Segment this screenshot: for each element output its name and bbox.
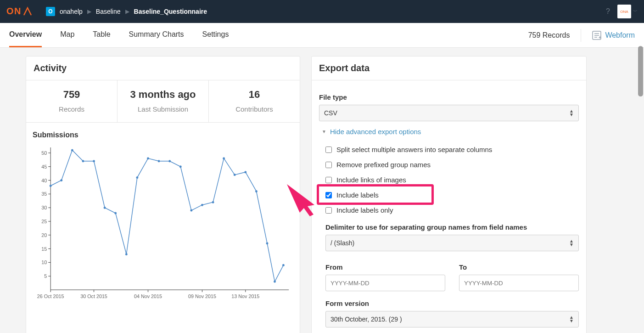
checkbox[interactable] bbox=[325, 177, 332, 183]
submissions-chart: 510152025303540455026 Oct 201530 Oct 201… bbox=[33, 143, 293, 304]
export-option-0[interactable]: Split select multiple answers into separ… bbox=[319, 142, 579, 157]
svg-point-55 bbox=[223, 157, 225, 159]
stat-label: Records bbox=[30, 105, 113, 113]
logo[interactable]: O N bbox=[6, 6, 35, 17]
delimiter-select[interactable]: / (Slash) ▲▼ bbox=[325, 235, 579, 251]
svg-point-53 bbox=[201, 204, 203, 206]
svg-text:09 Nov 2015: 09 Nov 2015 bbox=[188, 293, 216, 299]
svg-text:04 Nov 2015: 04 Nov 2015 bbox=[134, 293, 162, 299]
svg-point-45 bbox=[114, 212, 117, 214]
to-date-input[interactable] bbox=[459, 275, 579, 291]
chevron-down-icon: ﹀ bbox=[633, 8, 638, 15]
svg-point-58 bbox=[255, 190, 258, 192]
webform-label: Webform bbox=[605, 31, 635, 40]
divider bbox=[581, 29, 581, 42]
checkbox[interactable] bbox=[325, 207, 332, 214]
export-option-2[interactable]: Include links of images bbox=[319, 172, 579, 187]
toggle-advanced[interactable]: ▼ Hide advanced export options bbox=[322, 128, 579, 135]
avatar: ONA bbox=[617, 5, 631, 18]
chart-title: Submissions bbox=[33, 131, 293, 139]
file-type-value: CSV bbox=[324, 109, 337, 117]
breadcrumb-project[interactable]: Baseline bbox=[96, 8, 121, 15]
svg-point-47 bbox=[136, 176, 138, 179]
help-icon[interactable]: ? bbox=[606, 7, 610, 16]
svg-point-44 bbox=[104, 207, 106, 209]
svg-text:30: 30 bbox=[41, 205, 47, 210]
svg-point-42 bbox=[82, 160, 84, 162]
svg-text:N: N bbox=[14, 6, 21, 16]
svg-point-46 bbox=[125, 253, 128, 255]
svg-text:25: 25 bbox=[41, 219, 47, 224]
svg-text:40: 40 bbox=[41, 177, 47, 183]
from-label: From bbox=[325, 263, 445, 271]
org-badge-icon: O bbox=[46, 7, 55, 16]
svg-point-43 bbox=[93, 160, 95, 162]
stat-label: Last Submission bbox=[121, 105, 205, 113]
stat-last-submission[interactable]: 3 months agoLast Submission bbox=[118, 80, 209, 122]
svg-text:13 Nov 2015: 13 Nov 2015 bbox=[231, 293, 259, 299]
breadcrumb-form: Baseline_Questionnaire bbox=[134, 8, 207, 15]
stat-value: 759 bbox=[30, 89, 113, 101]
option-label: Split select multiple answers into separ… bbox=[336, 146, 492, 153]
svg-point-41 bbox=[71, 149, 73, 151]
checkbox[interactable] bbox=[325, 192, 332, 198]
to-label: To bbox=[459, 263, 579, 271]
svg-point-57 bbox=[244, 171, 246, 173]
export-option-3[interactable]: Include labels bbox=[319, 187, 579, 203]
option-label: Remove prefixed group names bbox=[336, 161, 431, 169]
chevron-updown-icon: ▲▼ bbox=[569, 239, 574, 247]
svg-point-49 bbox=[158, 160, 160, 162]
activity-panel: Activity 759Records3 months agoLast Subm… bbox=[26, 56, 300, 333]
checkbox[interactable] bbox=[325, 162, 332, 168]
tab-map[interactable]: Map bbox=[60, 23, 74, 47]
export-title: Export data bbox=[312, 56, 586, 80]
svg-text:50: 50 bbox=[41, 150, 47, 156]
chevron-updown-icon: ▲▼ bbox=[569, 109, 574, 117]
svg-point-39 bbox=[50, 185, 52, 187]
breadcrumb-org[interactable]: onahelp bbox=[60, 8, 83, 15]
triangle-down-icon: ▼ bbox=[322, 129, 326, 134]
svg-text:15: 15 bbox=[41, 246, 47, 251]
user-menu[interactable]: ONA ﹀ bbox=[617, 5, 638, 18]
tab-table[interactable]: Table bbox=[93, 23, 110, 47]
records-count: 759 Records bbox=[528, 31, 570, 40]
stat-records[interactable]: 759Records bbox=[26, 80, 118, 122]
svg-point-51 bbox=[179, 165, 182, 168]
tab-overview[interactable]: Overview bbox=[9, 23, 42, 47]
svg-text:30 Oct 2015: 30 Oct 2015 bbox=[80, 293, 107, 299]
svg-text:+: + bbox=[599, 35, 601, 40]
from-date-input[interactable] bbox=[325, 275, 445, 291]
svg-text:O: O bbox=[6, 6, 14, 16]
tab-settings[interactable]: Settings bbox=[202, 23, 229, 47]
svg-text:5: 5 bbox=[44, 273, 47, 279]
svg-point-59 bbox=[266, 242, 269, 244]
webform-link[interactable]: + Webform bbox=[592, 31, 635, 40]
option-label: Include labels only bbox=[336, 206, 393, 214]
svg-text:20: 20 bbox=[41, 232, 47, 238]
stat-contributors[interactable]: 16Contributors bbox=[209, 80, 300, 122]
export-option-1[interactable]: Remove prefixed group names bbox=[319, 157, 579, 172]
svg-point-50 bbox=[168, 160, 171, 162]
form-version-select[interactable]: 30th October, 2015. (29 ) ▲▼ bbox=[325, 311, 579, 327]
scrollbar[interactable] bbox=[638, 46, 643, 96]
tab-summary-charts[interactable]: Summary Charts bbox=[129, 23, 184, 47]
svg-text:26 Oct 2015: 26 Oct 2015 bbox=[37, 293, 64, 299]
checkbox[interactable] bbox=[325, 147, 332, 153]
export-option-4[interactable]: Include labels only bbox=[319, 203, 579, 218]
stat-label: Contributors bbox=[213, 105, 296, 113]
tabs: OverviewMapTableSummary ChartsSettings bbox=[9, 23, 229, 47]
svg-point-60 bbox=[274, 281, 276, 283]
svg-point-40 bbox=[60, 179, 62, 181]
stat-value: 3 months ago bbox=[121, 89, 205, 101]
svg-point-61 bbox=[282, 264, 285, 266]
chevron-right-icon: ▶ bbox=[125, 8, 129, 15]
file-type-select[interactable]: CSV ▲▼ bbox=[319, 105, 579, 121]
svg-text:10: 10 bbox=[41, 260, 47, 265]
svg-point-56 bbox=[234, 174, 236, 176]
svg-point-48 bbox=[147, 157, 149, 159]
chevron-updown-icon: ▲▼ bbox=[569, 316, 574, 323]
toggle-advanced-label: Hide advanced export options bbox=[330, 128, 421, 135]
svg-text:45: 45 bbox=[41, 164, 47, 169]
form-version-label: Form version bbox=[319, 299, 579, 307]
delimiter-value: / (Slash) bbox=[330, 239, 354, 247]
